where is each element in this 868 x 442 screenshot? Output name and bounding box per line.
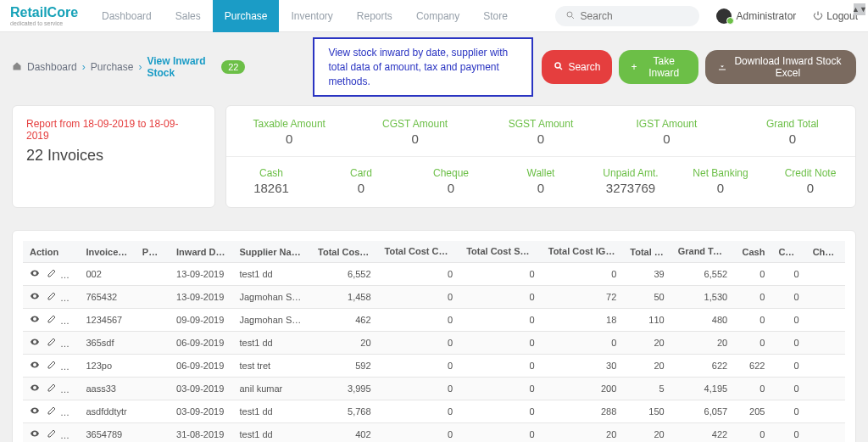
stat-value: 0: [765, 181, 855, 195]
search-icon: [565, 10, 576, 22]
col-header[interactable]: Supplier Name: [233, 241, 312, 263]
table-row: asdfddtytr03-09-2019test1 dd5,7680028815…: [23, 400, 845, 423]
svg-point-2: [555, 63, 560, 68]
col-header[interactable]: Total Cost SGST ₹: [459, 241, 542, 263]
stat-label: Credit Note: [765, 167, 855, 179]
eye-icon[interactable]: [30, 407, 43, 417]
edit-icon[interactable]: [47, 338, 60, 349]
col-header[interactable]: Total Cost CGST ₹: [378, 241, 460, 263]
take-inward-label: Take Inward: [641, 55, 686, 79]
col-header[interactable]: Action: [23, 241, 79, 263]
eye-icon[interactable]: [30, 361, 43, 372]
search-input[interactable]: [581, 10, 689, 22]
crumb-purchase[interactable]: Purchase: [91, 61, 134, 73]
cell-date: 13-09-2019: [170, 263, 232, 286]
brand-tagline: dedicated to service: [10, 20, 78, 26]
cell-date: 31-08-2019: [170, 423, 232, 442]
amount-stat: Grand Total0: [730, 115, 855, 149]
action-cell: [23, 263, 79, 286]
col-header[interactable]: Grand Total ₹: [671, 241, 734, 263]
edit-icon[interactable]: [47, 407, 60, 417]
col-header[interactable]: Po No.: [136, 241, 170, 263]
take-inward-button[interactable]: + Take Inward: [619, 50, 698, 84]
cell-cash: 205: [734, 400, 771, 423]
cell-qty: 20: [623, 423, 670, 442]
stat-label: SGST Amount: [478, 118, 604, 130]
stat-label: Net Banking: [676, 167, 765, 179]
cell-invoice: 1234567: [79, 309, 135, 332]
top-nav-bar: RetailCore dedicated to service Dashboar…: [0, 0, 868, 32]
cell-card: 0: [771, 286, 805, 309]
nav-tab-store[interactable]: Store: [471, 0, 520, 32]
cell-supplier: test1 dd: [233, 423, 312, 442]
cell-rate: 5,768: [311, 400, 377, 423]
cell-cgst: 0: [378, 263, 460, 286]
cell-cash: 0: [734, 263, 771, 286]
avatar-icon: [716, 8, 732, 24]
eye-icon[interactable]: [30, 384, 43, 394]
cell-grandtotal: 4,195: [671, 378, 734, 400]
cell-cgst: 0: [378, 286, 460, 309]
nav-tab-inventory[interactable]: Inventory: [279, 0, 344, 32]
action-cell: [23, 286, 79, 309]
cell-date: 03-09-2019: [170, 400, 232, 423]
cell-igst: 20: [542, 423, 624, 442]
cell-grandtotal: 20: [671, 332, 734, 355]
edit-icon[interactable]: [47, 384, 60, 394]
edit-icon[interactable]: [47, 361, 60, 372]
home-icon: [12, 61, 22, 73]
cell-qty: 20: [623, 332, 670, 355]
search-button[interactable]: Search: [542, 50, 612, 84]
cell-card: 0: [771, 332, 805, 355]
cell-cheque: [806, 286, 845, 309]
inward-table-card: ActionInvoice No.Po No.Inward DateSuppli…: [12, 230, 856, 442]
nav-tab-sales[interactable]: Sales: [164, 0, 213, 32]
col-header[interactable]: Cash: [734, 241, 771, 263]
col-header[interactable]: Total Qty: [623, 241, 670, 263]
crumb-dashboard[interactable]: Dashboard: [27, 61, 77, 73]
edit-icon[interactable]: [47, 270, 60, 280]
col-header[interactable]: Inward Date: [170, 241, 232, 263]
eye-icon[interactable]: [30, 430, 43, 440]
nav-tab-reports[interactable]: Reports: [345, 0, 404, 32]
eye-icon[interactable]: [30, 293, 43, 303]
eye-icon[interactable]: [30, 316, 43, 326]
cell-rate: 1,458: [311, 286, 377, 309]
payment-stat: Unpaid Amt.3273769: [586, 164, 676, 199]
global-search[interactable]: [555, 6, 699, 26]
cell-cheque: [806, 423, 845, 442]
cell-card: 0: [771, 309, 805, 332]
cell-rate: 6,552: [311, 263, 377, 286]
col-header[interactable]: Card: [771, 241, 805, 263]
edit-icon[interactable]: [47, 316, 60, 326]
nav-tab-purchase[interactable]: Purchase: [213, 0, 280, 32]
action-cell: [23, 355, 79, 378]
download-excel-button[interactable]: Download Inward Stock Excel: [705, 50, 856, 84]
col-header[interactable]: Total Cost IGST ₹: [542, 241, 624, 263]
cell-invoice: 3654789: [79, 423, 135, 442]
cell-po: [136, 355, 170, 378]
stat-label: CGST Amount: [352, 118, 477, 130]
stat-value: 0: [730, 131, 855, 146]
eye-icon[interactable]: [30, 270, 43, 280]
cell-cheque: [806, 378, 845, 400]
user-menu[interactable]: Administrator: [716, 8, 797, 24]
logout-button[interactable]: Logout: [813, 10, 858, 22]
cell-igst: 18: [542, 309, 624, 332]
nav-tab-company[interactable]: Company: [404, 0, 471, 32]
nav-tab-dashboard[interactable]: Dashboard: [90, 0, 164, 32]
cell-date: 03-09-2019: [170, 378, 232, 400]
cell-po: [136, 286, 170, 309]
cell-grandtotal: 480: [671, 309, 734, 332]
col-header[interactable]: Total Cost Rate: [311, 241, 377, 263]
edit-icon[interactable]: [47, 293, 60, 303]
brand-name: RetailCore: [10, 6, 78, 20]
col-header[interactable]: Invoice No.: [79, 241, 135, 263]
stat-label: Cheque: [406, 167, 496, 179]
inward-table: ActionInvoice No.Po No.Inward DateSuppli…: [23, 241, 845, 442]
col-header[interactable]: Cheque: [806, 241, 845, 263]
download-icon: [717, 61, 727, 74]
cell-cheque: [806, 332, 845, 355]
eye-icon[interactable]: [30, 338, 43, 349]
edit-icon[interactable]: [47, 430, 60, 440]
